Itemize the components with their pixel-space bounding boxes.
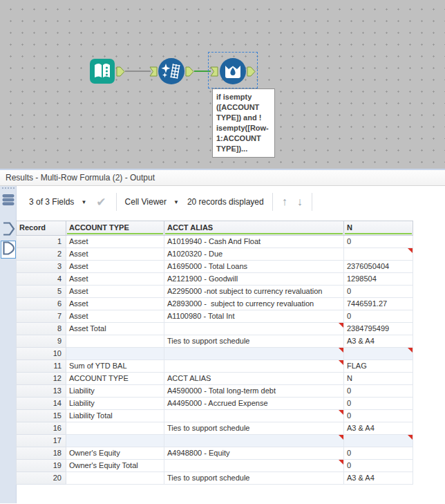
data-cell[interactable] (164, 323, 344, 335)
row-number-cell[interactable]: 18 (16, 447, 66, 460)
data-cell[interactable]: 0 (344, 460, 413, 472)
data-cell[interactable]: 0 (344, 310, 413, 323)
table-row[interactable]: 18 Owner's Equity A4948800 - Equity 0 (16, 447, 414, 460)
row-number-cell[interactable]: 17 (16, 435, 66, 447)
column-header-account-type[interactable]: ACCOUNT TYPE (66, 221, 164, 236)
table-row[interactable]: 7 Asset A1100980 - Total Int 0 (16, 310, 414, 323)
data-cell[interactable]: 2384795499 (344, 323, 413, 335)
table-row[interactable]: 13 Liability A4590000 - Total long-term … (16, 385, 414, 398)
row-number-cell[interactable]: 9 (16, 335, 66, 348)
data-cell[interactable]: Liability (66, 398, 164, 410)
table-row[interactable]: 6 Asset A2893000 - subject to currency r… (16, 298, 414, 310)
data-cell[interactable]: Asset Total (66, 323, 164, 335)
data-cell[interactable]: A4948800 - Equity (164, 447, 344, 460)
data-cell[interactable]: 7446591.27 (344, 298, 413, 310)
row-number-cell[interactable]: 11 (16, 360, 66, 373)
data-cell[interactable] (164, 410, 344, 422)
column-header-acct-alias[interactable]: ACCT ALIAS (164, 221, 344, 236)
row-number-cell[interactable]: 15 (16, 410, 66, 422)
row-number-cell[interactable]: 8 (16, 323, 66, 335)
data-cell[interactable]: Asset (66, 286, 164, 298)
layout-toggle-button[interactable] (1, 192, 16, 210)
data-cell[interactable] (344, 348, 413, 360)
table-row[interactable]: 11 Sum of YTD BAL FLAG (16, 360, 414, 373)
table-row[interactable]: 3 Asset A1695000 - Total Loans 237605040… (16, 261, 414, 273)
data-cell[interactable]: Ties to support schedule (164, 335, 344, 348)
data-cell[interactable]: A4495000 - Accrued Expense (164, 398, 344, 410)
workflow-canvas[interactable]: if isempty ([ACCOUNT TYPE]) and ! isempt… (0, 0, 445, 169)
row-number-cell[interactable]: 4 (16, 273, 66, 286)
fields-dropdown[interactable]: 3 of 3 Fields ▼ (25, 197, 91, 207)
data-cell[interactable]: 0 (344, 286, 413, 298)
row-number-cell[interactable]: 3 (16, 261, 66, 273)
data-cell[interactable]: A3 & A4 (344, 422, 413, 435)
data-cell[interactable]: 1298504 (344, 273, 413, 286)
output-anchor[interactable] (185, 66, 194, 77)
data-cell[interactable]: Owner's Equity (66, 447, 164, 460)
cell-viewer-dropdown[interactable]: Cell Viewer ▼ (121, 197, 183, 207)
data-cell[interactable]: A2893000 - subject to currency revaluati… (164, 298, 344, 310)
table-row[interactable]: 15 Liability Total 0 (16, 410, 414, 422)
scroll-down-button[interactable]: ↓ (292, 196, 307, 208)
row-number-cell[interactable]: 7 (16, 310, 66, 323)
data-cell[interactable]: 0 (344, 410, 413, 422)
table-row[interactable]: 16 Ties to support schedule A3 & A4 (16, 422, 414, 435)
data-cell[interactable]: Asset (66, 248, 164, 261)
data-cell[interactable]: A1695000 - Total Loans (164, 261, 344, 273)
data-cell[interactable] (66, 435, 164, 447)
data-cell[interactable] (66, 472, 164, 485)
table-row[interactable]: 19 Owner's Equity Total 0 (16, 460, 414, 472)
column-header-record[interactable]: Record (16, 221, 66, 236)
data-cell[interactable]: A1020320 - Due (164, 248, 344, 261)
input-anchor[interactable] (149, 66, 158, 77)
data-cell[interactable] (164, 348, 344, 360)
data-cell[interactable]: A1019940 - Cash And Float (164, 236, 344, 248)
row-number-cell[interactable]: 13 (16, 385, 66, 398)
data-cell[interactable]: N (344, 373, 413, 385)
data-cell[interactable]: Liability (66, 385, 164, 398)
data-cell[interactable]: A3 & A4 (344, 472, 413, 485)
data-cell[interactable] (344, 248, 413, 261)
data-cell[interactable]: ACCOUNT TYPE (66, 373, 164, 385)
output-anchor[interactable] (116, 66, 125, 77)
data-cell[interactable]: A4590000 - Total long-term debt (164, 385, 344, 398)
table-row[interactable]: 12 ACCOUNT TYPE ACCT ALIAS N (16, 373, 414, 385)
table-row[interactable]: 10 (16, 348, 414, 360)
data-cell[interactable] (164, 460, 344, 472)
data-cell[interactable] (66, 335, 164, 348)
data-cell[interactable] (164, 360, 344, 373)
column-header-n[interactable]: N (344, 221, 413, 236)
output-anchor-button[interactable] (1, 241, 16, 259)
table-row[interactable]: 20 Ties to support schedule A3 & A4 (16, 472, 414, 485)
data-cell[interactable]: Asset (66, 310, 164, 323)
data-cell[interactable]: Owner's Equity Total (66, 460, 164, 472)
multi-row-formula-tool[interactable] (220, 58, 246, 84)
connection-line[interactable] (125, 71, 151, 72)
data-cell[interactable]: Asset (66, 298, 164, 310)
tool-annotation[interactable]: if isempty ([ACCOUNT TYPE]) and ! isempt… (212, 88, 275, 158)
data-cell[interactable]: A2295000 -not subject to currency revalu… (164, 286, 344, 298)
table-row[interactable]: 17 (16, 435, 414, 447)
row-number-cell[interactable]: 5 (16, 286, 66, 298)
data-cell[interactable]: 0 (344, 447, 413, 460)
data-cell[interactable]: ACCT ALIAS (164, 373, 344, 385)
data-cell[interactable]: A2121900 - Goodwill (164, 273, 344, 286)
table-row[interactable]: 8 Asset Total 2384795499 (16, 323, 414, 335)
panel-grip-handle[interactable] (2, 187, 15, 189)
data-cell[interactable]: Sum of YTD BAL (66, 360, 164, 373)
row-number-cell[interactable]: 16 (16, 422, 66, 435)
input-anchor-button[interactable] (1, 221, 16, 239)
data-cell[interactable]: Asset (66, 273, 164, 286)
row-number-cell[interactable]: 12 (16, 373, 66, 385)
table-row[interactable]: 5 Asset A2295000 -not subject to currenc… (16, 286, 414, 298)
row-number-cell[interactable]: 19 (16, 460, 66, 472)
table-row[interactable]: 1 Asset A1019940 - Cash And Float 0 (16, 236, 414, 248)
row-number-cell[interactable]: 20 (16, 472, 66, 485)
data-cell[interactable]: Ties to support schedule (164, 472, 344, 485)
table-row[interactable]: 14 Liability A4495000 - Accrued Expense … (16, 398, 414, 410)
data-cell[interactable]: 0 (344, 385, 413, 398)
data-cell[interactable]: Asset (66, 236, 164, 248)
row-number-cell[interactable]: 6 (16, 298, 66, 310)
data-cell[interactable]: 2376050404 (344, 261, 413, 273)
row-number-cell[interactable]: 14 (16, 398, 66, 410)
